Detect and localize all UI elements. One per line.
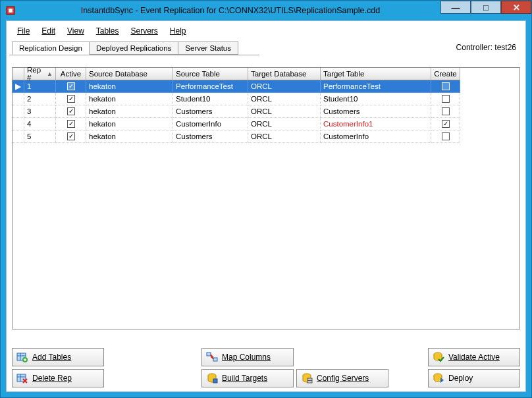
menu-servers[interactable]: Servers (126, 25, 163, 37)
cell-create[interactable] (431, 93, 460, 105)
cell-target-table: PerformanceTest (321, 80, 431, 93)
col-create[interactable]: Create (431, 68, 460, 80)
cell-active[interactable]: ✓ (56, 80, 86, 93)
minimize-button[interactable]: — (440, 1, 471, 14)
db-config-icon (301, 372, 313, 384)
menu-view[interactable]: View (62, 25, 90, 37)
cell-create[interactable] (431, 80, 460, 93)
tab-row: Replication Design Deployed Replications… (9, 40, 523, 55)
cell-source-database: hekaton (86, 118, 173, 130)
cell-active[interactable]: ✓ (56, 118, 86, 130)
table-row[interactable]: 2✓hekatonStudent10ORCLStudent10 (13, 93, 519, 105)
build-targets-label: Build Targets (222, 374, 267, 383)
cell-source-table: PerformanceTest (173, 80, 248, 93)
row-marker (13, 93, 24, 105)
table-delete-icon (16, 372, 28, 384)
cell-rep-number: 2 (24, 93, 56, 105)
checkbox[interactable]: ✓ (67, 132, 75, 140)
checkbox[interactable]: ✓ (67, 120, 75, 128)
menu-help[interactable]: Help (165, 25, 192, 37)
menu-tables[interactable]: Tables (91, 25, 124, 37)
checkbox[interactable] (442, 95, 450, 103)
cell-target-database: ORCL (248, 130, 321, 143)
tab-deployed-replications[interactable]: Deployed Replications (89, 42, 178, 55)
add-tables-button[interactable]: Add Tables (12, 348, 104, 366)
client-area: File Edit View Tables Servers Help Repli… (6, 20, 526, 392)
config-servers-button[interactable]: Config Servers (296, 369, 388, 387)
close-button[interactable]: ✕ (501, 1, 531, 14)
row-marker (13, 105, 24, 118)
window-title: InstantdbSync - Event Replication for C:… (20, 6, 440, 15)
cell-target-database: ORCL (248, 93, 321, 105)
deploy-button[interactable]: Deploy (428, 369, 520, 387)
cell-active[interactable]: ✓ (56, 105, 86, 118)
svg-rect-8 (207, 353, 211, 356)
menu-file[interactable]: File (12, 25, 35, 37)
menu-edit[interactable]: Edit (36, 25, 61, 37)
grid-body: ▶1✓hekatonPerformanceTestORCLPerformance… (13, 80, 519, 329)
cell-source-table: Customers (173, 130, 248, 143)
table-row[interactable]: 4✓hekatonCustomerInfoORCLCustomerInfo1✓ (13, 118, 519, 130)
cell-target-database: ORCL (248, 80, 321, 93)
build-targets-button[interactable]: Build Targets (201, 369, 294, 387)
delete-rep-label: Delete Rep (32, 374, 72, 383)
svg-rect-1 (9, 9, 13, 13)
col-active[interactable]: Active (56, 68, 86, 80)
cell-source-table: Customers (173, 105, 248, 118)
controller-label: Controller: test26 (456, 43, 520, 52)
checkbox[interactable]: ✓ (67, 107, 75, 115)
checkbox[interactable]: ✓ (442, 120, 450, 128)
checkbox[interactable] (442, 132, 450, 140)
cell-source-table: Student10 (173, 93, 248, 105)
app-window: InstantdbSync - Event Replication for C:… (0, 0, 532, 398)
cell-create[interactable] (431, 105, 460, 118)
add-tables-label: Add Tables (32, 353, 71, 362)
col-source-database[interactable]: Source Database (86, 68, 173, 80)
cell-target-database: ORCL (248, 118, 321, 130)
cell-create[interactable] (431, 130, 460, 143)
col-target-table[interactable]: Target Table (321, 68, 431, 80)
checkbox[interactable]: ✓ (67, 82, 75, 90)
cell-source-table: CustomerInfo (173, 118, 248, 130)
col-source-table[interactable]: Source Table (173, 68, 248, 80)
db-build-icon (206, 372, 218, 384)
table-row[interactable]: 5✓hekatonCustomersORCLCustomerInfo (13, 130, 519, 143)
row-marker (13, 130, 24, 143)
map-columns-button[interactable]: Map Columns (201, 348, 294, 366)
config-servers-label: Config Servers (317, 374, 369, 383)
tab-server-status[interactable]: Server Status (178, 42, 238, 55)
col-target-database[interactable]: Target Database (248, 68, 321, 80)
cell-target-table: Customers (321, 105, 431, 118)
window-controls: — □ ✕ (440, 1, 531, 20)
tab-replication-design[interactable]: Replication Design (12, 42, 90, 55)
cell-target-table: CustomerInfo (321, 130, 431, 143)
checkbox[interactable] (442, 107, 450, 115)
grid-header: Rep #▲ Active Source Database Source Tab… (13, 68, 519, 80)
button-bar: Add Tables Map Columns Validate Active D… (9, 345, 523, 387)
col-row-marker[interactable] (13, 68, 24, 80)
table-row[interactable]: ▶1✓hekatonPerformanceTestORCLPerformance… (13, 80, 519, 93)
svg-point-11 (211, 356, 213, 358)
svg-rect-9 (213, 358, 217, 361)
delete-rep-button[interactable]: Delete Rep (12, 369, 104, 387)
replication-grid: Rep #▲ Active Source Database Source Tab… (12, 67, 520, 329)
maximize-button[interactable]: □ (471, 1, 501, 14)
table-row[interactable]: 3✓hekatonCustomersORCLCustomers (13, 105, 519, 118)
deploy-label: Deploy (448, 374, 473, 383)
validate-active-label: Validate Active (448, 353, 500, 362)
map-columns-icon (206, 351, 218, 363)
tabs: Replication Design Deployed Replications… (12, 41, 238, 54)
menu-bar: File Edit View Tables Servers Help (9, 24, 523, 38)
col-rep-number[interactable]: Rep #▲ (24, 68, 56, 80)
checkbox[interactable]: ✓ (67, 95, 75, 103)
db-check-icon (433, 351, 444, 363)
validate-active-button[interactable]: Validate Active (428, 348, 520, 366)
checkbox[interactable] (442, 82, 450, 90)
cell-target-table: Student10 (321, 93, 431, 105)
cell-rep-number: 3 (24, 105, 56, 118)
cell-active[interactable]: ✓ (56, 130, 86, 143)
cell-active[interactable]: ✓ (56, 93, 86, 105)
cell-rep-number: 1 (24, 80, 56, 93)
cell-create[interactable]: ✓ (431, 118, 460, 130)
row-marker: ▶ (13, 80, 24, 93)
